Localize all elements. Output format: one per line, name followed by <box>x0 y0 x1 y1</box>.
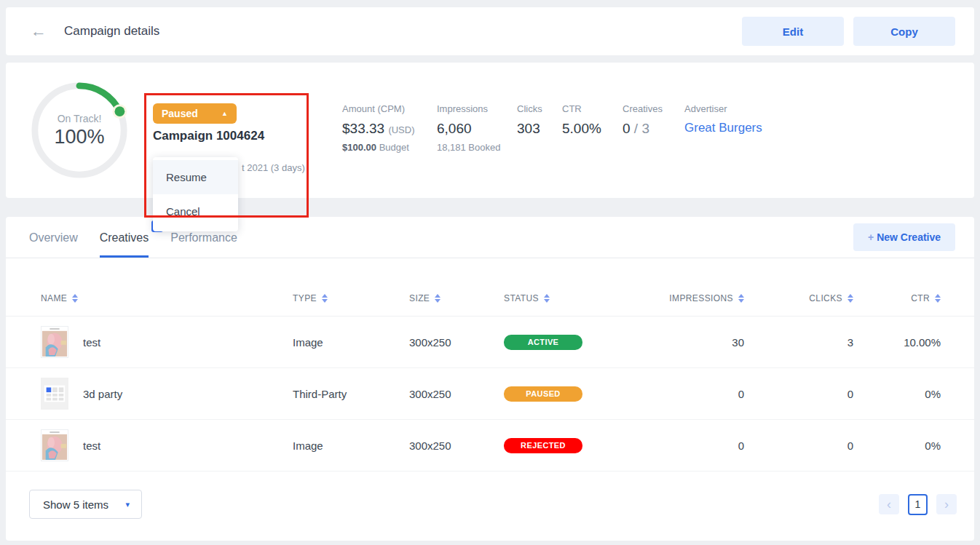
stat-label: Advertiser <box>684 103 762 114</box>
creative-type: Image <box>293 336 409 349</box>
ctr-cell: 0% <box>853 439 941 452</box>
stat-label: Amount (CPM) <box>342 103 437 114</box>
creative-size: 300x250 <box>409 439 504 452</box>
menu-item-cancel[interactable]: Cancel <box>153 194 238 228</box>
creatives-panel: Overview Creatives i Performance +New Cr… <box>6 217 974 541</box>
status-badge: REJECTED <box>504 438 582 453</box>
stat-clicks: Clicks 303 <box>517 103 562 153</box>
creative-size: 300x250 <box>409 388 504 400</box>
progress-ring: On Track! 100% <box>29 80 130 180</box>
pacing-percent: 100% <box>54 126 104 148</box>
ctr-value: 5.00% <box>562 121 623 137</box>
creatives-total: / 3 <box>634 121 649 136</box>
col-type[interactable]: TYPE <box>293 293 317 303</box>
stat-amount: Amount (CPM) $33.33 (USD) $100.00 Budget <box>342 103 437 153</box>
impressions-cell: 0 <box>620 439 744 452</box>
creatives-count: 0 <box>623 121 631 136</box>
chevron-up-icon: ▲ <box>221 110 228 117</box>
creative-name: test <box>83 336 100 349</box>
col-ctr[interactable]: CTR <box>911 293 930 303</box>
col-name[interactable]: NAME <box>41 293 67 303</box>
budget-label: Budget <box>379 142 409 153</box>
clicks-cell: 3 <box>744 336 853 349</box>
pacing-status-text: On Track! <box>58 113 102 124</box>
table-row[interactable]: 3d party Third-Party 300x250 PAUSED 0 0 … <box>6 368 974 420</box>
creative-name: 3d party <box>83 388 122 400</box>
table-footer: Show 5 items ▾ ‹ 1 › <box>6 490 974 519</box>
impressions-cell: 0 <box>620 388 744 400</box>
caret-down-icon: ▾ <box>125 500 130 509</box>
creative-name: test <box>83 439 100 452</box>
current-page[interactable]: 1 <box>908 494 928 515</box>
table-header: NAME TYPE SIZE STATUS IMPRESSIONS CLICKS… <box>6 280 974 317</box>
campaign-summary: On Track! 100% Paused ▲ Campaign 1004624… <box>6 63 974 198</box>
copy-button[interactable]: Copy <box>853 17 955 46</box>
stat-creatives: Creatives 0 / 3 <box>623 103 684 153</box>
new-creative-button[interactable]: +New Creative <box>853 223 955 251</box>
sort-icon[interactable] <box>847 294 853 303</box>
page-title: Campaign details <box>64 24 159 39</box>
creative-thumbnail <box>41 429 68 461</box>
new-creative-label: New Creative <box>877 231 941 243</box>
status-badge: PAUSED <box>504 386 582 402</box>
col-impressions[interactable]: IMPRESSIONS <box>669 293 733 303</box>
sort-icon[interactable] <box>935 294 941 303</box>
creative-type: Image <box>293 439 409 452</box>
ctr-cell: 0% <box>853 388 941 400</box>
table-row[interactable]: test Image 300x250 ACTIVE 30 3 10.00% <box>6 317 974 368</box>
clicks-cell: 0 <box>744 388 853 400</box>
stat-label: Impressions <box>437 103 517 114</box>
tab-creatives-label: Creatives <box>100 231 149 244</box>
budget-value: $100.00 <box>342 142 376 153</box>
impressions-cell: 30 <box>620 336 744 349</box>
advertiser-link[interactable]: Great Burgers <box>684 121 762 135</box>
header-actions: Edit Copy <box>742 17 955 46</box>
col-size[interactable]: SIZE <box>409 293 430 303</box>
stat-impressions: Impressions 6,060 18,181 Booked <box>437 103 517 153</box>
creative-thumbnail <box>41 378 68 410</box>
campaign-status-dropdown-button[interactable]: Paused ▲ <box>153 103 237 124</box>
campaign-stats: Amount (CPM) $33.33 (USD) $100.00 Budget… <box>342 103 762 153</box>
col-status[interactable]: STATUS <box>504 293 539 303</box>
creative-size: 300x250 <box>409 336 504 349</box>
stat-ctr: CTR 5.00% <box>562 103 623 153</box>
page-size-label: Show 5 items <box>43 498 108 511</box>
back-arrow-icon[interactable]: ← <box>31 23 47 39</box>
campaign-info: Paused ▲ Campaign 1004624 t 2021 (3 days… <box>153 80 320 180</box>
sort-icon[interactable] <box>322 294 328 303</box>
plus-icon: + <box>868 231 874 243</box>
prev-page-button[interactable]: ‹ <box>879 494 899 514</box>
stat-label: CTR <box>562 103 623 114</box>
creative-thumbnail <box>41 326 68 358</box>
page-size-select[interactable]: Show 5 items ▾ <box>29 490 142 519</box>
tabs-bar: Overview Creatives i Performance +New Cr… <box>6 217 974 258</box>
clicks-cell: 0 <box>744 439 853 452</box>
tab-overview[interactable]: Overview <box>29 218 78 257</box>
col-clicks[interactable]: CLICKS <box>809 293 842 303</box>
ctr-cell: 10.00% <box>853 336 941 349</box>
page-header: ← Campaign details Edit Copy <box>6 7 974 55</box>
stat-label: Creatives <box>623 103 684 114</box>
campaign-name: Campaign 1004624 <box>153 129 320 143</box>
campaign-dates: t 2021 (3 days) <box>242 162 305 173</box>
stat-label: Clicks <box>517 103 562 114</box>
status-dropdown-menu: Resume Cancel <box>153 157 238 231</box>
campaign-status-label: Paused <box>162 108 198 119</box>
sort-icon[interactable] <box>72 294 78 303</box>
impressions-value: 6,060 <box>437 121 517 137</box>
sort-icon[interactable] <box>435 294 440 303</box>
pagination: ‹ 1 › <box>879 494 957 515</box>
tab-creatives[interactable]: Creatives i <box>100 218 149 257</box>
clicks-value: 303 <box>517 121 562 137</box>
table-row[interactable]: test Image 300x250 REJECTED 0 0 0% <box>6 420 974 472</box>
status-badge: ACTIVE <box>504 335 582 350</box>
edit-button[interactable]: Edit <box>742 17 844 46</box>
sort-icon[interactable] <box>738 294 744 303</box>
next-page-button[interactable]: › <box>936 494 957 514</box>
creative-type: Third-Party <box>293 388 409 400</box>
sort-icon[interactable] <box>544 294 550 303</box>
stat-advertiser: Advertiser Great Burgers <box>684 103 762 153</box>
amount-value: $33.33 <box>342 121 384 136</box>
menu-item-resume[interactable]: Resume <box>153 160 238 194</box>
booked-label: 18,181 Booked <box>437 142 517 153</box>
